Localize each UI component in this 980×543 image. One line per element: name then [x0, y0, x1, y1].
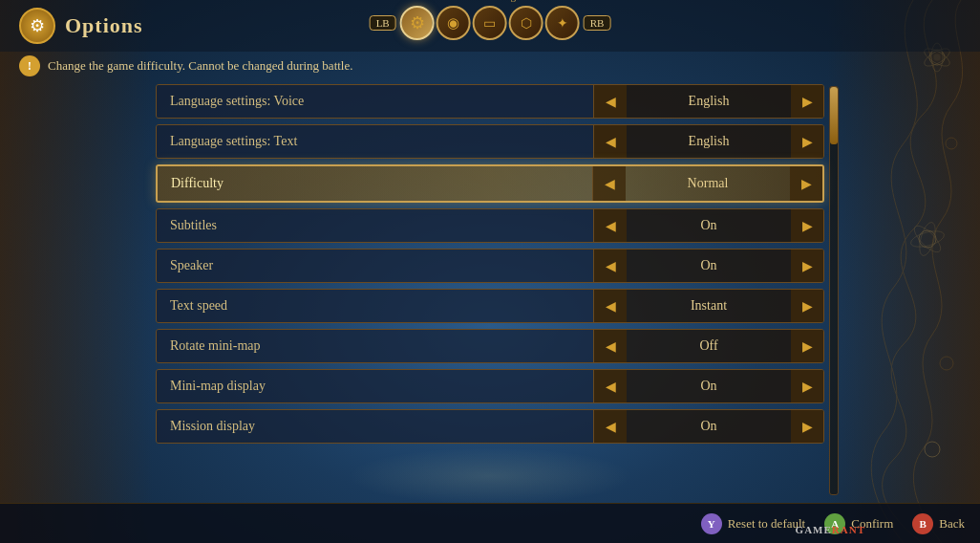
header: ⚙ Options Game settings LB ⚙ ◉ ▭ ⬡ ✦ RB — [0, 0, 980, 52]
setting-next-language-voice[interactable] — [791, 85, 823, 118]
bottom-bar: Y Reset to default A Confirm B Back GAME… — [0, 503, 980, 543]
setting-next-language-text[interactable] — [791, 125, 823, 158]
setting-prev-difficulty[interactable] — [593, 166, 626, 201]
setting-value-difficulty: Normal — [626, 176, 790, 191]
setting-label-language-text: Language settings: Text — [157, 125, 594, 158]
setting-next-text-speed[interactable] — [791, 290, 823, 322]
tab-gear[interactable]: ⚙ — [400, 6, 435, 40]
setting-prev-speaker[interactable] — [594, 250, 627, 282]
setting-row-subtitles: Subtitles On — [156, 208, 824, 243]
tab-monitor[interactable]: ▭ — [473, 6, 507, 40]
setting-value-language-voice: English — [627, 94, 791, 109]
options-icon: ⚙ — [19, 8, 55, 44]
info-icon: ! — [19, 55, 40, 76]
ground-glow — [347, 447, 633, 505]
setting-prev-rotate-minimap[interactable] — [594, 330, 627, 362]
options-icon-symbol: ⚙ — [30, 15, 45, 36]
setting-row-rotate-minimap: Rotate mini-map Off — [156, 329, 824, 363]
scrollbar-thumb[interactable] — [830, 87, 838, 144]
setting-row-minimap-display: Mini-map display On — [156, 369, 824, 403]
setting-value-subtitles: On — [627, 218, 791, 233]
setting-next-rotate-minimap[interactable] — [791, 330, 823, 362]
settings-panel: Language settings: Voice English Languag… — [156, 84, 824, 444]
setting-row-language-voice: Language settings: Voice English — [156, 84, 824, 119]
setting-next-subtitles[interactable] — [791, 209, 823, 242]
tab-camera[interactable]: ⬡ — [509, 6, 543, 40]
setting-prev-text-speed[interactable] — [594, 290, 627, 322]
info-bar: ! Change the game difficulty. Cannot be … — [0, 52, 980, 84]
setting-next-difficulty[interactable] — [790, 166, 822, 201]
info-text: Change the game difficulty. Cannot be ch… — [48, 58, 353, 74]
setting-next-speaker[interactable] — [791, 250, 823, 282]
setting-label-language-voice: Language settings: Voice — [157, 85, 594, 118]
btn-back-icon: B — [912, 513, 933, 534]
lb-badge[interactable]: LB — [370, 15, 396, 31]
setting-prev-language-text[interactable] — [594, 125, 627, 158]
setting-value-text-speed: Instant — [627, 298, 791, 314]
setting-row-difficulty: Difficulty Normal — [156, 164, 824, 203]
btn-back-label: Back — [939, 516, 965, 532]
setting-value-mission-display: On — [627, 419, 791, 434]
gamerant-logo: GAMERANT — [796, 524, 865, 535]
setting-prev-mission-display[interactable] — [594, 410, 627, 443]
setting-next-minimap-display[interactable] — [791, 370, 823, 402]
setting-control-mission-display: On — [594, 410, 823, 443]
setting-prev-language-voice[interactable] — [594, 85, 627, 118]
setting-label-difficulty: Difficulty — [158, 166, 593, 201]
btn-reset-label: Reset to default — [728, 516, 806, 532]
setting-control-minimap-display: On — [594, 370, 823, 402]
tab-bar: Game settings LB ⚙ ◉ ▭ ⬡ ✦ RB — [370, 6, 611, 40]
setting-value-speaker: On — [627, 258, 791, 273]
setting-value-language-text: English — [627, 134, 791, 149]
setting-row-language-text: Language settings: Text English — [156, 124, 824, 159]
rb-badge[interactable]: RB — [584, 15, 611, 31]
game-settings-label: Game settings — [460, 0, 521, 2]
setting-row-speaker: Speaker On — [156, 249, 824, 283]
setting-label-mission-display: Mission display — [157, 410, 594, 443]
tab-controller[interactable]: ◉ — [437, 6, 471, 40]
setting-label-speaker: Speaker — [157, 250, 594, 282]
bottom-action-back[interactable]: B Back — [912, 513, 965, 534]
setting-prev-minimap-display[interactable] — [594, 370, 627, 402]
setting-label-subtitles: Subtitles — [157, 209, 594, 242]
setting-value-rotate-minimap: Off — [627, 338, 791, 354]
setting-label-text-speed: Text speed — [157, 290, 594, 322]
tab-wrench[interactable]: ✦ — [545, 6, 580, 40]
scrollbar-track[interactable] — [829, 86, 839, 495]
setting-control-rotate-minimap: Off — [594, 330, 823, 362]
setting-label-minimap-display: Mini-map display — [157, 370, 594, 402]
btn-reset-icon: Y — [701, 513, 722, 534]
setting-control-subtitles: On — [594, 209, 823, 242]
setting-control-speaker: On — [594, 250, 823, 282]
setting-row-text-speed: Text speed Instant — [156, 289, 824, 323]
setting-control-language-voice: English — [594, 85, 823, 118]
setting-control-language-text: English — [594, 125, 823, 158]
options-title: Options — [65, 13, 143, 38]
bottom-action-reset[interactable]: Y Reset to default — [701, 513, 806, 534]
setting-prev-subtitles[interactable] — [594, 209, 627, 242]
setting-control-difficulty: Normal — [593, 166, 822, 201]
tab-icons: ⚙ ◉ ▭ ⬡ ✦ — [400, 6, 580, 40]
setting-value-minimap-display: On — [627, 379, 791, 394]
setting-control-text-speed: Instant — [594, 290, 823, 322]
setting-next-mission-display[interactable] — [791, 410, 823, 443]
setting-label-rotate-minimap: Rotate mini-map — [157, 330, 594, 362]
setting-row-mission-display: Mission display On — [156, 409, 824, 444]
